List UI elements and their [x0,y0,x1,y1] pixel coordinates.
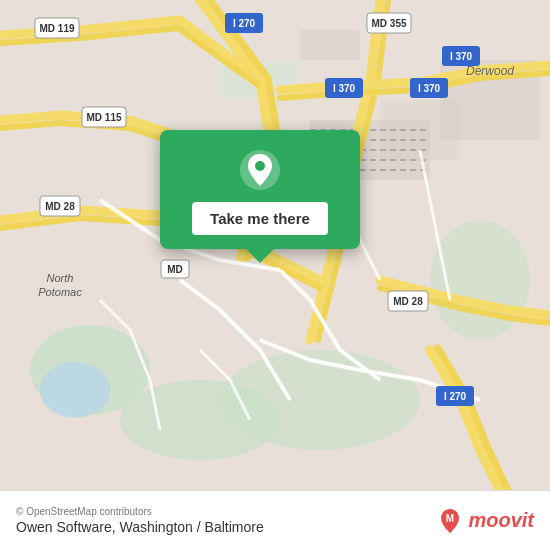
svg-point-3 [220,350,420,450]
svg-text:I 270: I 270 [444,391,467,402]
moovit-text: moovit [468,509,534,532]
svg-text:MD 28: MD 28 [45,201,75,212]
svg-text:MD 355: MD 355 [371,18,406,29]
svg-text:I 370: I 370 [418,83,441,94]
svg-text:M: M [446,513,454,524]
location-pin-icon [238,148,282,192]
footer-title: Owen Software, Washington / Baltimore [16,519,264,535]
take-me-there-button[interactable]: Take me there [192,202,328,235]
svg-text:MD 119: MD 119 [39,23,74,34]
svg-rect-7 [300,30,360,60]
svg-text:MD: MD [167,264,183,275]
popup-card: Take me there [160,130,360,249]
svg-text:Potomac: Potomac [38,286,82,298]
moovit-logo: M moovit [436,507,534,535]
attribution-text: © OpenStreetMap contributors [16,506,264,517]
map-container: MD 119 MD 115 MD 28 MD 28 I 270 I 270 MD… [0,0,550,490]
footer-info: © OpenStreetMap contributors Owen Softwa… [16,506,264,535]
svg-point-6 [40,362,110,418]
moovit-icon: M [436,507,464,535]
svg-text:I 370: I 370 [450,51,473,62]
svg-text:Derwood: Derwood [466,64,514,78]
svg-text:MD 28: MD 28 [393,296,423,307]
svg-text:I 370: I 370 [333,83,356,94]
svg-text:North: North [47,272,74,284]
footer-bar: © OpenStreetMap contributors Owen Softwa… [0,490,550,550]
svg-text:MD 115: MD 115 [86,112,121,123]
svg-point-42 [255,161,265,171]
svg-text:I 270: I 270 [233,18,256,29]
